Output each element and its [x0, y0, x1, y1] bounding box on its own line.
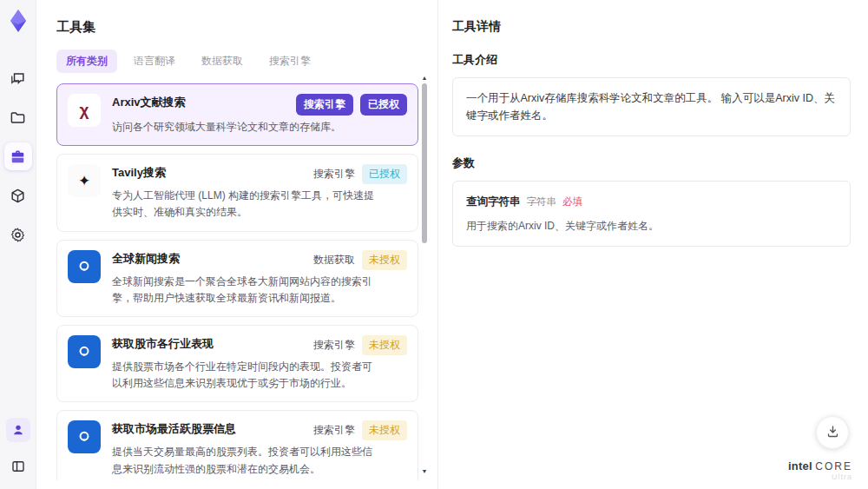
category-label: 搜索引擎: [313, 338, 355, 353]
app-logo-icon: [4, 7, 32, 35]
intel-brand-text: intel: [788, 459, 812, 472]
gear-icon: [10, 227, 26, 243]
tool-details-panel: 工具详情 工具介绍 一个用于从Arxiv存储库搜索科学论文和文章的工具。 输入可…: [438, 0, 868, 489]
left-rail: [0, 0, 36, 489]
tab-data-acquisition[interactable]: 数据获取: [192, 50, 253, 73]
param-type: 字符串: [527, 194, 557, 209]
tool-name: Tavily搜索: [112, 164, 166, 181]
brand-sub-text: Ultra: [788, 473, 852, 482]
tool-card-tavily[interactable]: ✦ Tavily搜索 搜索引擎 已授权 专为人工智能代理 (LLM) 构建的搜索…: [56, 154, 418, 231]
scroll-up-arrow-icon[interactable]: ▲: [420, 75, 429, 82]
scrollbar-thumb[interactable]: [422, 83, 427, 243]
tool-list-panel: 工具集 所有类别 语言翻译 数据获取 搜索引擎 χ Arxiv文献搜索 搜索引擎…: [36, 0, 438, 489]
param-box: 查询字符串 字符串 必填 用于搜索的Arxiv ID、关键字或作者姓名。: [452, 181, 851, 247]
tool-cards-list: χ Arxiv文献搜索 搜索引擎 已授权 访问各个研究领域大量科学论文和文章的存…: [56, 83, 418, 480]
category-label: 数据获取: [313, 253, 355, 268]
sidebar-item-toolbox[interactable]: [4, 142, 32, 170]
intro-box: 一个用于从Arxiv存储库搜索科学论文和文章的工具。 输入可以是Arxiv ID…: [452, 77, 851, 136]
tool-description: 专为人工智能代理 (LLM) 构建的搜索引擎工具，可快速提供实时、准确和真实的结…: [112, 188, 374, 221]
app-window: 工具集 所有类别 语言翻译 数据获取 搜索引擎 χ Arxiv文献搜索 搜索引擎…: [0, 0, 868, 489]
tool-description: 全球新闻搜索是一个聚合全球各大新闻网站内容的搜索引擎，帮助用户快速获取全球最新资…: [112, 274, 374, 307]
finance-app-icon: [68, 335, 101, 368]
tab-search-engine[interactable]: 搜索引擎: [260, 50, 320, 73]
param-description: 用于搜索的Arxiv ID、关键字或作者姓名。: [466, 218, 837, 235]
auth-status-badge: 未授权: [362, 420, 407, 440]
user-icon: [11, 423, 25, 437]
tool-description: 提供当天交易量最高的股票列表。投资者可以利用这些信息来识别流动性强的股票和潜在的…: [112, 444, 374, 477]
tool-card-global-news[interactable]: 全球新闻搜索 数据获取 未授权 全球新闻搜索是一个聚合全球各大新闻网站内容的搜索…: [56, 240, 418, 317]
tool-name: 获取股市各行业表现: [112, 335, 214, 352]
sidebar-item-collapse[interactable]: [4, 453, 32, 480]
rail-nav: [4, 64, 32, 248]
category-badge: 搜索引擎: [296, 94, 353, 116]
tool-name: 全球新闻搜索: [112, 250, 180, 267]
tool-card-most-active-stocks[interactable]: 获取市场最活跃股票信息 搜索引擎 未授权 提供当天交易量最高的股票列表。投资者可…: [56, 410, 418, 480]
tavily-star-icon: ✦: [68, 164, 101, 197]
tool-name: Arxiv文献搜索: [112, 94, 186, 110]
tool-card-sector-performance[interactable]: 获取股市各行业表现 搜索引擎 未授权 提供股票市场各个行业在特定时间段内的表现。…: [56, 325, 418, 402]
tool-card-arxiv[interactable]: χ Arxiv文献搜索 搜索引擎 已授权 访问各个研究领域大量科学论文和文章的存…: [56, 83, 418, 146]
category-label: 搜索引擎: [313, 167, 355, 182]
auth-status-badge: 已授权: [360, 94, 407, 116]
download-icon: [825, 424, 840, 442]
intel-core-logo: intel core Ultra: [788, 460, 852, 482]
tool-name: 获取市场最活跃股票信息: [112, 420, 236, 437]
toolbox-icon: [10, 149, 26, 165]
sidebar-item-chat[interactable]: [4, 64, 32, 92]
rail-bottom: [4, 418, 32, 480]
auth-status-badge: 已授权: [362, 164, 407, 184]
panel-toggle-icon: [10, 459, 26, 474]
tool-description: 访问各个研究领域大量科学论文和文章的存储库。: [112, 119, 374, 135]
param-name: 查询字符串: [466, 193, 521, 210]
chat-icon: [10, 70, 26, 87]
sidebar-item-models[interactable]: [4, 182, 32, 209]
params-section-title: 参数: [452, 155, 851, 171]
intro-section-title: 工具介绍: [452, 52, 851, 68]
download-button[interactable]: [816, 416, 849, 449]
news-app-icon: [68, 250, 101, 283]
arxiv-logo-icon: χ: [68, 94, 101, 127]
sidebar-item-files[interactable]: [4, 103, 32, 131]
category-label: 搜索引擎: [313, 423, 355, 438]
sidebar-item-settings[interactable]: [4, 221, 32, 248]
list-scrollbar[interactable]: ▲ ▼: [420, 75, 429, 475]
param-required-flag: 必填: [562, 194, 582, 209]
auth-status-badge: 未授权: [362, 250, 407, 270]
finance-app-icon: [68, 420, 101, 453]
tool-description: 提供股票市场各个行业在特定时间段内的表现。投资者可以利用这些信息来识别表现优于或…: [112, 359, 374, 392]
core-brand-text: core: [815, 460, 852, 472]
page-title: 工具集: [56, 19, 437, 36]
folder-icon: [10, 109, 26, 126]
category-tabs: 所有类别 语言翻译 数据获取 搜索引擎: [56, 50, 437, 73]
tab-all-categories[interactable]: 所有类别: [56, 50, 117, 73]
tab-language-translation[interactable]: 语言翻译: [124, 50, 185, 73]
details-title: 工具详情: [452, 19, 851, 35]
cube-icon: [10, 188, 26, 204]
scroll-down-arrow-icon[interactable]: ▼: [420, 468, 429, 475]
sidebar-item-account[interactable]: [6, 418, 30, 442]
auth-status-badge: 未授权: [362, 335, 407, 355]
